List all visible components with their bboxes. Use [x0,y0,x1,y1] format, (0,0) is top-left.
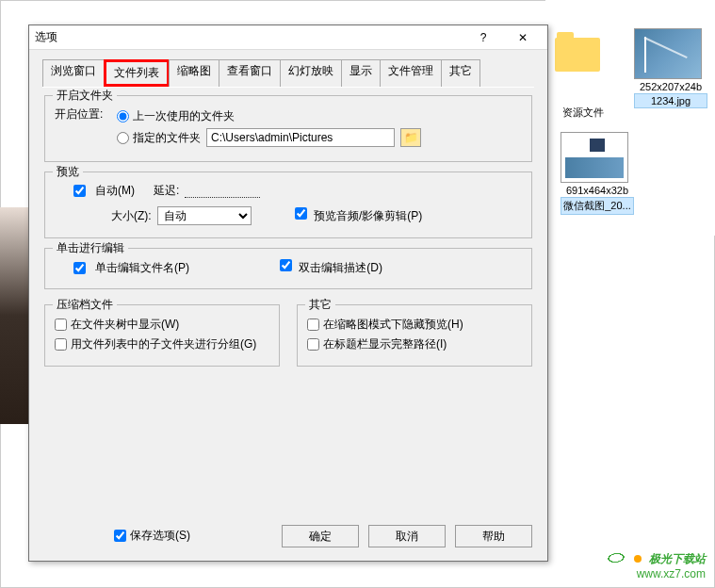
save-option-row: 保存选项(S) [114,528,190,544]
group-title: 单击进行编辑 [53,240,128,256]
group-preview: 预览 自动(M) 延迟: 大小(Z): 自动 预览音频/影像剪辑(P) [44,172,532,238]
preview-av-label: 预览音频/影像剪辑(P) [314,209,422,222]
help-button[interactable]: ? [464,27,502,48]
folder-icon[interactable] [555,38,602,75]
browse-button[interactable]: 📁 [400,128,421,147]
show-full-path-checkbox[interactable] [307,338,319,351]
auto-label: 自动(M) [95,183,135,199]
dialog-title: 选项 [35,29,464,45]
group-title: 预览 [53,164,83,180]
tab-thumbnails[interactable]: 缩略图 [169,59,219,87]
thumbnail-image [634,28,702,79]
tab-display[interactable]: 显示 [341,59,381,87]
hide-preview-label: 在缩略图模式下隐藏预览(H) [323,317,463,333]
tab-file-list[interactable]: 文件列表 [104,59,170,87]
delay-label: 延迟: [154,183,179,199]
watermark-url: www.xz7.com [605,567,706,580]
delay-input[interactable] [185,184,260,198]
group-title: 压缩档文件 [53,297,117,313]
path-input[interactable] [206,128,395,147]
radio-specified-folder[interactable] [117,132,129,144]
single-click-label: 单击编辑文件名(P) [95,260,189,276]
group-click-edit: 单击进行编辑 单击编辑文件名(P) 双击编辑描述(D) [44,248,532,289]
folder-label: 资源文件 [550,106,616,120]
save-option-checkbox[interactable] [114,530,126,542]
save-option-label: 保存选项(S) [130,528,190,544]
portrait-image [0,207,28,424]
group-subfolders-label: 用文件列表中的子文件夹进行分组(G) [71,336,256,352]
single-click-checkbox[interactable] [73,262,86,274]
dialog-buttons: 确定 取消 帮助 [282,525,532,547]
tab-other[interactable]: 其它 [441,59,480,87]
folder-small-icon: 📁 [404,131,418,144]
double-click-checkbox[interactable] [280,259,292,271]
auto-checkbox[interactable] [73,185,86,197]
ok-button[interactable]: 确定 [282,525,359,547]
help-button[interactable]: 帮助 [455,525,532,547]
size-select[interactable]: 自动 [157,206,252,225]
tabs-row: 浏览窗口 文件列表 缩略图 查看窗口 幻灯放映 显示 文件管理 其它 [42,59,534,88]
double-click-label: 双击编辑描述(D) [299,261,382,274]
tab-view-window[interactable]: 查看窗口 [219,59,281,87]
thumbnail-item[interactable]: 691x464x32b 微信截图_20... [561,132,634,215]
radio-label: 上一次使用的文件夹 [133,108,235,124]
size-label: 大小(Z): [111,208,152,224]
thumbnail-image [561,132,628,183]
options-dialog: 选项 ? ✕ 浏览窗口 文件列表 缩略图 查看窗口 幻灯放映 显示 文件管理 其… [28,24,548,562]
watermark-swoosh-icon [603,551,629,564]
watermark: 极光下载站 www.xz7.com [605,547,706,580]
show-full-path-label: 在标题栏显示完整路径(I) [323,336,447,352]
radio-label: 指定的文件夹 [133,130,201,146]
hide-preview-checkbox[interactable] [307,318,319,331]
group-subfolders-checkbox[interactable] [55,338,67,351]
tab-browse-window[interactable]: 浏览窗口 [42,59,105,87]
preview-av-checkbox[interactable] [295,207,307,220]
location-label: 开启位置: [55,106,111,122]
cancel-button[interactable]: 取消 [368,525,446,547]
group-title: 开启文件夹 [53,88,117,104]
show-in-tree-label: 在文件夹树中显示(W) [71,317,179,333]
dialog-body: 浏览窗口 文件列表 缩略图 查看窗口 幻灯放映 显示 文件管理 其它 开启文件夹… [29,50,547,385]
close-button[interactable]: ✕ [504,27,542,48]
show-in-tree-checkbox[interactable] [55,318,67,331]
group-other: 其它 在缩略图模式下隐藏预览(H) 在标题栏显示完整路径(I) [297,304,532,367]
group-open-folder: 开启文件夹 开启位置: 上一次使用的文件夹 指定的文件夹 [44,95,532,162]
tab-slideshow[interactable]: 幻灯放映 [280,59,342,87]
thumbnail-size-label: 691x464x32b [561,185,634,196]
radio-last-folder[interactable] [117,110,129,122]
thumbnail-filename: 微信截图_20... [561,197,634,215]
group-archive: 压缩档文件 在文件夹树中显示(W) 用文件列表中的子文件夹进行分组(G) [44,304,280,367]
group-title: 其它 [305,297,335,313]
watermark-dot-icon [634,555,642,563]
tab-file-management[interactable]: 文件管理 [380,59,442,87]
thumbnail-size-label: 252x207x24b [634,81,707,92]
watermark-brand-text: 极光下载站 [649,552,706,565]
thumbnail-filename: 1234.jpg [634,93,707,108]
thumbnail-item[interactable]: 252x207x24b 1234.jpg [634,28,707,108]
dialog-titlebar: 选项 ? ✕ [29,25,547,50]
